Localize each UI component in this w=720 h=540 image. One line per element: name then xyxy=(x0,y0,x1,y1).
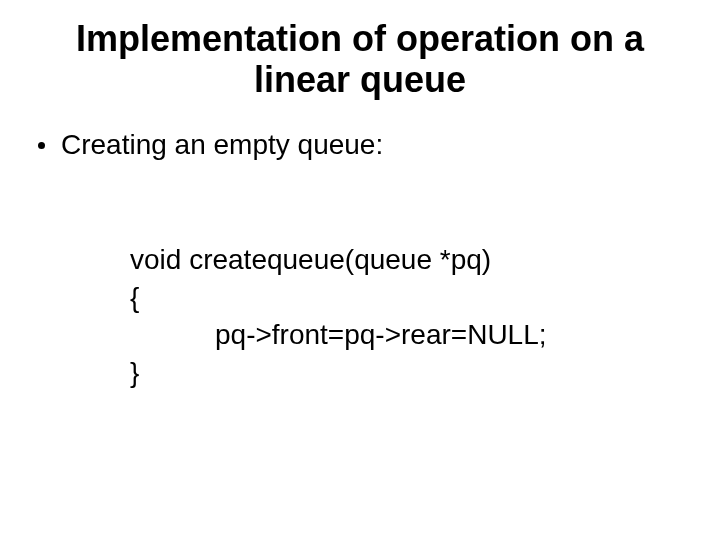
code-line-2: { xyxy=(130,279,690,317)
bullet-dot-icon xyxy=(38,142,45,149)
code-line-4: } xyxy=(130,354,690,392)
title-line-2: linear queue xyxy=(254,59,466,100)
bullet-item: Creating an empty queue: xyxy=(38,129,690,161)
bullet-text: Creating an empty queue: xyxy=(61,129,383,161)
code-line-3: pq->front=pq->rear=NULL; xyxy=(130,316,690,354)
slide: Implementation of operation on a linear … xyxy=(0,0,720,540)
code-line-1: void createqueue(queue *pq) xyxy=(130,241,690,279)
title-line-1: Implementation of operation on a xyxy=(76,18,644,59)
code-block: void createqueue(queue *pq) { pq->front=… xyxy=(130,241,690,392)
slide-title: Implementation of operation on a linear … xyxy=(30,18,690,101)
